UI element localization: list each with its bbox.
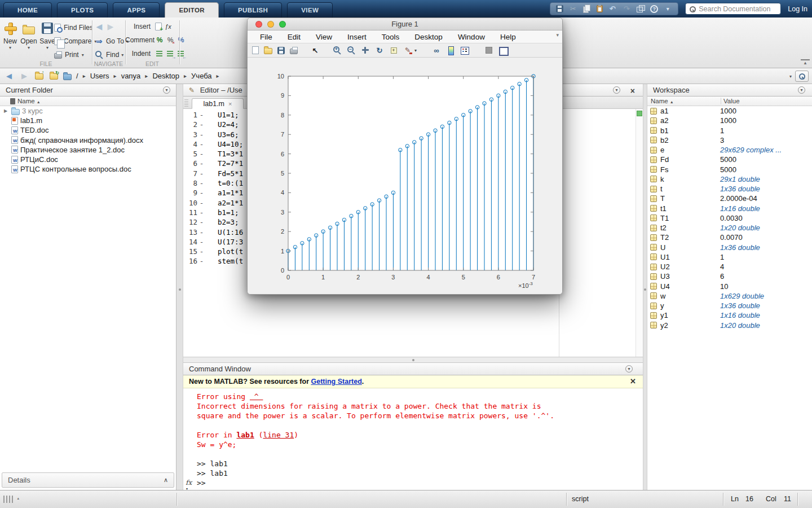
workspace-row[interactable]: b11 (647, 126, 812, 135)
workspace-row[interactable]: k29x1 double (647, 174, 812, 184)
windows-icon[interactable] (636, 5, 645, 14)
workspace-row[interactable]: y1x36 double (647, 301, 812, 310)
new-figure-icon[interactable] (252, 46, 259, 54)
current-folder-column-header[interactable]: Name▲ (0, 97, 176, 106)
wrap-pct-icon[interactable] (176, 36, 186, 45)
workspace-row[interactable]: T20.0070 (647, 233, 812, 242)
workspace-row[interactable]: e29x629 complex ... (647, 145, 812, 155)
save-button[interactable]: Save▾ (39, 20, 56, 59)
getting-started-link[interactable]: Getting Started (311, 378, 361, 386)
workspace-row[interactable]: y11x16 double (647, 310, 812, 320)
tab-lab1m[interactable]: lab1.m × (192, 98, 244, 109)
error-link[interactable]: lab1 (236, 431, 254, 439)
back-arrow-icon[interactable] (95, 22, 104, 31)
link-plots-icon[interactable] (432, 46, 441, 55)
find-button[interactable]: Find (106, 51, 119, 59)
tab-publish[interactable]: PUBLISH (224, 2, 282, 17)
file-row[interactable]: Практическое занятие 1_2.doc (0, 145, 176, 155)
zoom-out-icon[interactable] (347, 46, 356, 55)
tab-editor[interactable]: EDITOR (165, 2, 219, 17)
brush-caret-icon[interactable] (413, 46, 418, 55)
error-link[interactable]: ^ (250, 392, 263, 401)
back-icon[interactable] (5, 71, 14, 80)
menu-insert[interactable]: Insert (347, 33, 367, 41)
up-one-level-icon[interactable] (35, 73, 43, 80)
find-files-button[interactable]: Find Files (54, 21, 96, 34)
path-segment[interactable]: Desktop (152, 72, 179, 80)
address-dropdown-icon[interactable]: ▾ (789, 74, 792, 79)
workspace-row[interactable]: t11x16 double (647, 204, 812, 213)
menu-help[interactable]: Help (500, 33, 516, 41)
details-bar[interactable]: Details ∧ (2, 472, 174, 488)
close-tab-icon[interactable]: × (228, 100, 232, 107)
menu-file[interactable]: File (260, 33, 272, 41)
workspace-row[interactable]: a21000 (647, 116, 812, 125)
save-figure-icon[interactable] (277, 47, 285, 54)
forward-icon[interactable] (20, 71, 29, 80)
smart-indent-icon[interactable] (155, 49, 164, 58)
file-row[interactable]: TED.doc (0, 125, 176, 135)
print-button[interactable]: Print▾ (54, 48, 96, 62)
workspace-row[interactable]: U410 (647, 282, 812, 291)
file-row[interactable]: бжд( справочная информация).docx (0, 135, 176, 145)
workspace-row[interactable]: w1x629 double (647, 291, 812, 301)
new-button[interactable]: New▾ (2, 20, 19, 59)
copy-icon[interactable] (582, 5, 592, 14)
panel-menu-icon[interactable] (625, 365, 633, 373)
data-cursor-icon[interactable] (389, 46, 398, 55)
search-folder-button[interactable] (795, 71, 809, 82)
insert-legend-icon[interactable] (460, 46, 469, 55)
workspace-row[interactable]: T2.0000e-04 (647, 194, 812, 203)
close-window-icon[interactable] (255, 21, 262, 28)
panel-menu-icon[interactable] (163, 86, 170, 94)
brush-icon[interactable] (403, 46, 412, 55)
menu-desktop[interactable]: Desktop (414, 33, 443, 41)
workspace-row[interactable]: a11000 (647, 106, 812, 116)
pan-icon[interactable] (361, 46, 370, 55)
fx-icon[interactable] (164, 22, 173, 31)
zoom-window-icon[interactable] (279, 21, 286, 28)
zoom-in-icon[interactable] (333, 46, 342, 55)
comment-pct-icon[interactable] (155, 36, 164, 45)
open-button[interactable]: Open▾ (20, 20, 37, 59)
workspace-row[interactable]: Fd5000 (647, 155, 812, 164)
path-segment[interactable]: vanya (121, 72, 141, 80)
error-link[interactable]: line 31 (263, 431, 294, 439)
tab-apps[interactable]: APPS (113, 2, 160, 17)
file-row[interactable]: РТЦС контрольные вопросы.doc (0, 164, 176, 174)
tab-home[interactable]: HOME (3, 2, 52, 17)
panel-menu-icon[interactable] (798, 86, 805, 94)
workspace-row[interactable]: T10.0030 (647, 213, 812, 223)
print-figure-icon[interactable] (290, 49, 298, 54)
paste-icon[interactable] (597, 5, 603, 12)
column-separator[interactable] (721, 98, 721, 104)
collapse-ribbon-button[interactable] (801, 59, 810, 66)
help-icon[interactable] (650, 5, 658, 13)
editor-command-splitter[interactable] (183, 357, 643, 363)
disclosure-triangle-icon[interactable]: ▶ (2, 108, 9, 113)
path-segment[interactable]: Учеба (191, 72, 212, 80)
workspace-row[interactable]: y21x20 double (647, 321, 812, 330)
cut-icon[interactable] (568, 5, 577, 14)
uncomment-pct-icon[interactable] (166, 36, 175, 45)
panel-splitter-right[interactable] (643, 84, 647, 490)
menu-edit[interactable]: Edit (288, 33, 301, 41)
tab-drag-handle[interactable] (184, 99, 188, 107)
save-icon[interactable] (556, 5, 563, 12)
menu-window[interactable]: Window (458, 33, 485, 41)
fx-prompt-icon[interactable]: fx (186, 478, 192, 488)
workspace-row[interactable]: U24 (647, 262, 812, 271)
statusbar-grip-icon[interactable] (3, 496, 14, 503)
compare-button[interactable]: Compare▾ (54, 34, 96, 48)
browse-folder-icon[interactable] (50, 73, 58, 80)
path-segment[interactable]: / (76, 72, 78, 80)
tab-plots[interactable]: PLOTS (57, 2, 108, 17)
open-file-icon[interactable] (264, 48, 272, 54)
workspace-row[interactable]: Fs5000 (647, 165, 812, 174)
file-row[interactable]: РТЦиС.doc (0, 155, 176, 164)
insert-colorbar-icon[interactable] (446, 46, 455, 55)
close-banner-icon[interactable]: ✕ (630, 375, 636, 388)
close-icon[interactable]: × (630, 85, 635, 97)
file-row[interactable]: ▶3 курс (0, 106, 176, 116)
indent-right-icon[interactable] (166, 49, 175, 58)
